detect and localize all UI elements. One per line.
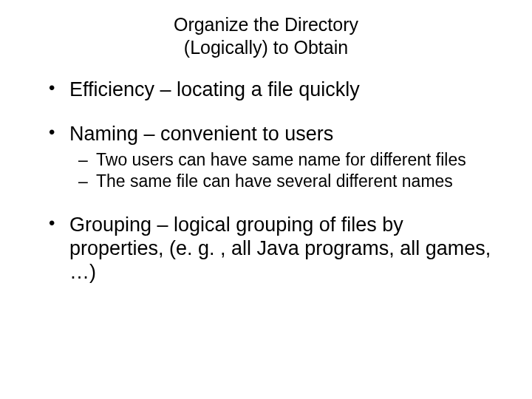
sub-bullet-text: The same file can have several different… xyxy=(96,171,453,191)
bullet-text: Naming – convenient to users xyxy=(69,123,333,145)
sub-bullet-text: Two users can have same name for differe… xyxy=(96,150,466,169)
bullet-text: Efficiency – locating a file quickly xyxy=(69,78,360,100)
sub-bullet-list: Two users can have same name for differe… xyxy=(69,150,502,191)
bullet-grouping: Grouping – logical grouping of files by … xyxy=(69,213,502,284)
bullet-naming: Naming – convenient to users Two users c… xyxy=(69,122,502,192)
slide-title: Organize the Directory (Logically) to Ob… xyxy=(30,13,502,60)
sub-bullet: Two users can have same name for differe… xyxy=(96,150,502,170)
bullet-list: Efficiency – locating a file quickly Nam… xyxy=(30,78,502,284)
bullet-efficiency: Efficiency – locating a file quickly xyxy=(69,78,502,101)
sub-bullet: The same file can have several different… xyxy=(96,171,502,191)
slide: Organize the Directory (Logically) to Ob… xyxy=(0,0,532,399)
title-line-2: (Logically) to Obtain xyxy=(184,37,348,58)
bullet-text: Grouping – logical grouping of files by … xyxy=(69,214,491,284)
title-line-1: Organize the Directory xyxy=(174,14,358,35)
